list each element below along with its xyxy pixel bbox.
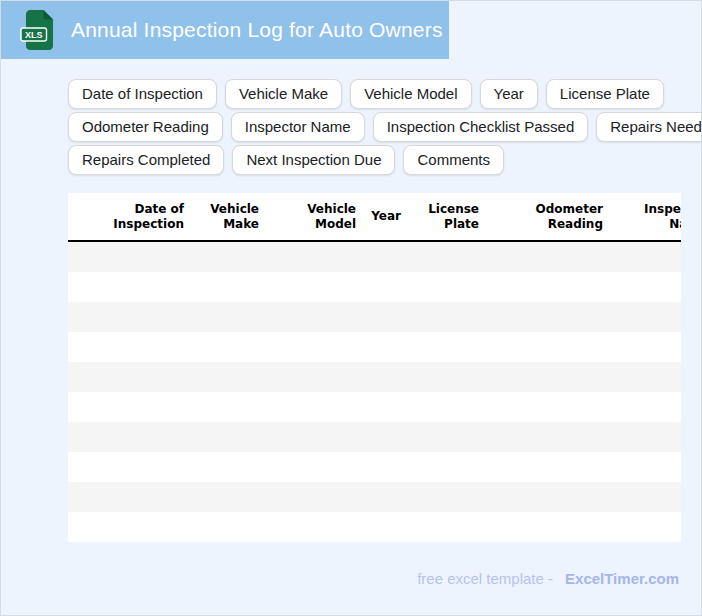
footer: free excel template - ExcelTimer.com	[417, 570, 679, 587]
table-header-row: Date of InspectionVehicle MakeVehicle Mo…	[68, 193, 681, 241]
empty-row-cell	[68, 272, 681, 302]
field-chips: Date of InspectionVehicle MakeVehicle Mo…	[68, 79, 702, 178]
chip-inspection-checklist-passed[interactable]: Inspection Checklist Passed	[373, 112, 589, 142]
footer-text: free excel template -	[417, 570, 553, 587]
chip-row: Odometer ReadingInspector NameInspection…	[68, 112, 702, 142]
table-row	[68, 422, 681, 452]
table-row	[68, 482, 681, 512]
table-row	[68, 332, 681, 362]
empty-row-cell	[68, 332, 681, 362]
chip-comments[interactable]: Comments	[403, 145, 504, 175]
column-header-inspector-name: Inspector Name	[613, 193, 681, 241]
empty-row-cell	[68, 482, 681, 512]
title-bar: XLS Annual Inspection Log for Auto Owner…	[1, 1, 449, 59]
table-row	[68, 392, 681, 422]
chip-license-plate[interactable]: License Plate	[546, 79, 664, 109]
xls-icon-label: XLS	[25, 30, 43, 40]
chip-repairs-needed[interactable]: Repairs Needed	[596, 112, 702, 142]
table-row	[68, 272, 681, 302]
column-header-odometer-reading: Odometer Reading	[489, 193, 613, 241]
column-header-license-plate: License Plate	[411, 193, 489, 241]
preview-table: Date of InspectionVehicle MakeVehicle Mo…	[68, 193, 681, 542]
chip-repairs-completed[interactable]: Repairs Completed	[68, 145, 224, 175]
chip-row: Date of InspectionVehicle MakeVehicle Mo…	[68, 79, 702, 109]
xls-file-icon: XLS	[20, 9, 58, 51]
table-row	[68, 241, 681, 272]
empty-row-cell	[68, 302, 681, 332]
empty-row-cell	[68, 241, 681, 272]
chip-vehicle-model[interactable]: Vehicle Model	[350, 79, 471, 109]
column-header-year: Year	[366, 193, 411, 241]
column-header-date-of-inspection: Date of Inspection	[68, 193, 194, 241]
empty-row-cell	[68, 422, 681, 452]
spreadsheet-preview: Date of InspectionVehicle MakeVehicle Mo…	[68, 193, 681, 543]
chip-inspector-name[interactable]: Inspector Name	[231, 112, 365, 142]
chip-vehicle-make[interactable]: Vehicle Make	[225, 79, 342, 109]
column-header-vehicle-model: Vehicle Model	[269, 193, 366, 241]
page: XLS Annual Inspection Log for Auto Owner…	[0, 0, 702, 616]
footer-brand-link[interactable]: ExcelTimer.com	[565, 570, 679, 587]
chip-date-of-inspection[interactable]: Date of Inspection	[68, 79, 217, 109]
column-header-vehicle-make: Vehicle Make	[194, 193, 269, 241]
table-row	[68, 512, 681, 542]
empty-row-cell	[68, 362, 681, 392]
page-title: Annual Inspection Log for Auto Owners	[71, 18, 443, 42]
empty-row-cell	[68, 392, 681, 422]
table-row	[68, 362, 681, 392]
empty-row-cell	[68, 512, 681, 542]
chip-row: Repairs CompletedNext Inspection DueComm…	[68, 145, 702, 175]
chip-next-inspection-due[interactable]: Next Inspection Due	[232, 145, 395, 175]
chip-odometer-reading[interactable]: Odometer Reading	[68, 112, 223, 142]
table-row	[68, 302, 681, 332]
table-row	[68, 452, 681, 482]
empty-row-cell	[68, 452, 681, 482]
chip-year[interactable]: Year	[480, 79, 538, 109]
